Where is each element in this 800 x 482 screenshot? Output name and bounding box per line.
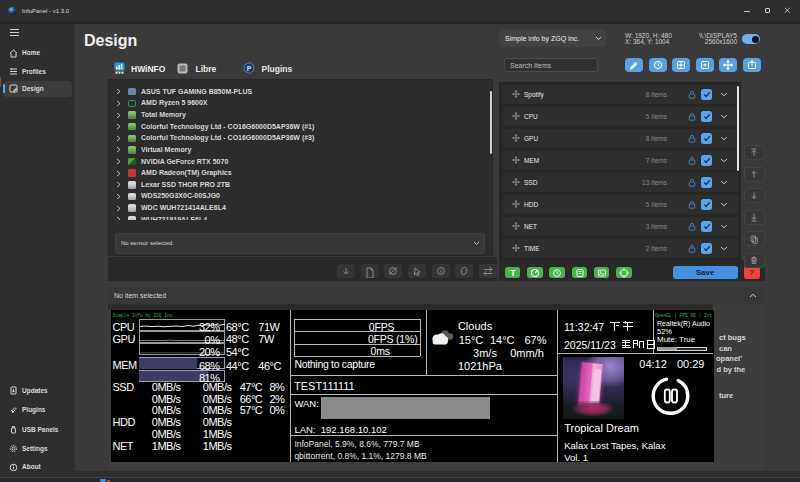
svg-text:P: P [247, 65, 252, 72]
svg-text:T: T [510, 268, 516, 278]
